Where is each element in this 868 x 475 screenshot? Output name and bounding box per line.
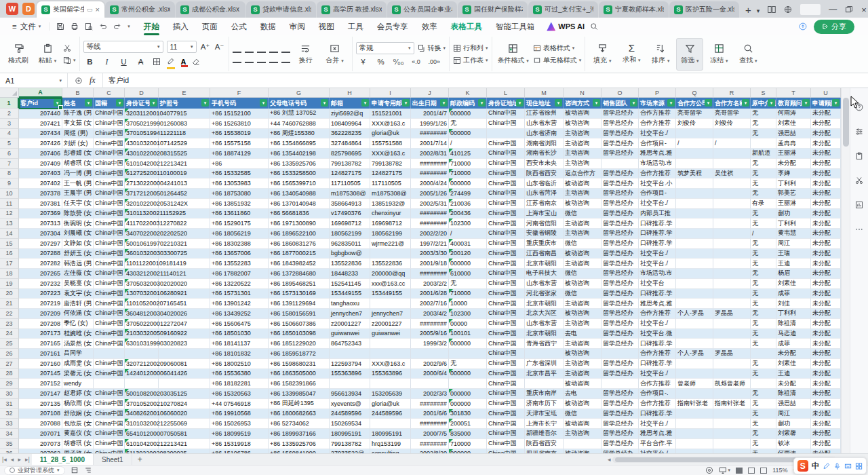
cell-A15[interactable]: 207297 bbox=[19, 239, 62, 249]
cell-L6[interactable]: China中国 bbox=[487, 149, 525, 159]
header-cell-N[interactable]: 咨询方式▾ bbox=[564, 98, 601, 109]
cell-J22[interactable]: 2003/4/2 bbox=[411, 309, 449, 319]
filter-dropdown-icon[interactable]: ▾ bbox=[361, 99, 369, 107]
cell-J8[interactable]: ######## bbox=[411, 169, 449, 179]
cell-U30[interactable]: 未分配 bbox=[811, 389, 841, 399]
restore-button[interactable] bbox=[845, 5, 853, 14]
decrease-font-icon[interactable]: A⁻ bbox=[214, 42, 225, 52]
cell-F19[interactable]: +86 13220522 bbox=[210, 279, 269, 289]
filter-dropdown-icon[interactable]: ▾ bbox=[516, 99, 524, 107]
cell-J34[interactable]: 2000/7/5 bbox=[411, 429, 449, 439]
cell-F28[interactable]: +86 15536380 bbox=[210, 369, 269, 379]
cell-I10[interactable]: m1875308@ bbox=[370, 189, 411, 199]
cell-F2[interactable]: +86 15152100 bbox=[210, 109, 269, 119]
cell-L35[interactable]: China中国 bbox=[487, 439, 525, 449]
cell-F27[interactable]: +86 18002510 bbox=[210, 359, 269, 369]
cell-J28[interactable]: 2000/6/4 bbox=[411, 369, 449, 379]
cell-Q9[interactable] bbox=[676, 178, 713, 189]
cell-I7[interactable]: 799138782 bbox=[370, 159, 411, 169]
cell-Q18[interactable] bbox=[676, 269, 713, 279]
cell-Q15[interactable] bbox=[676, 239, 713, 249]
cell-D20[interactable]: 130703200106280921 bbox=[125, 289, 159, 299]
wrap-text-button[interactable]: 换行 bbox=[292, 38, 319, 71]
cell-O7[interactable] bbox=[601, 159, 639, 169]
cell-P15[interactable]: 口碑推荐.学 bbox=[639, 239, 676, 249]
cell-Q22[interactable]: 个人-罗晶 bbox=[676, 309, 713, 319]
cell-M29[interactable] bbox=[525, 379, 564, 389]
filter-dropdown-icon[interactable]: ▾ bbox=[832, 99, 840, 107]
cell-C6[interactable]: China中国 bbox=[94, 149, 125, 159]
cell-N29[interactable]: 被动咨询 bbox=[564, 379, 601, 389]
cell-C13[interactable]: China中国 bbox=[94, 218, 125, 229]
cell-T3[interactable]: 刘素佳 bbox=[776, 119, 811, 129]
cell-L24[interactable]: China中国 bbox=[487, 329, 525, 339]
cell-L22[interactable]: China中国 bbox=[487, 309, 525, 319]
cell-H23[interactable]: z20001227 bbox=[330, 319, 370, 329]
filter-dropdown-icon[interactable]: ▾ bbox=[260, 99, 267, 107]
cell-K19[interactable]: 无 bbox=[449, 279, 487, 289]
cell-M20[interactable]: 河北省张家 bbox=[525, 289, 564, 299]
cell-C19[interactable]: China中国 bbox=[94, 279, 125, 289]
accessibility-icon[interactable] bbox=[705, 466, 713, 474]
cell-T9[interactable]: 丁利利 bbox=[776, 178, 811, 189]
cell-O17[interactable]: 留学总经办 bbox=[601, 259, 639, 269]
menu-item-视图[interactable]: 视图 bbox=[312, 19, 341, 35]
cell-B13[interactable]: 衡琬明 (女 bbox=[62, 218, 94, 229]
cell-R15[interactable] bbox=[713, 239, 751, 249]
table-style-button[interactable]: 表格样式▾ bbox=[533, 43, 582, 53]
column-header-C[interactable]: C bbox=[94, 88, 125, 98]
cell-L26[interactable]: China中国 bbox=[487, 349, 525, 359]
column-header-D[interactable]: D bbox=[125, 88, 159, 98]
cell-H15[interactable]: 962835011 bbox=[330, 239, 370, 249]
cell-F34[interactable]: +86 18099519 bbox=[210, 429, 269, 439]
cell-R2[interactable]: 亮哥留学 bbox=[713, 109, 751, 119]
cell-T10[interactable]: 郭美艺 bbox=[776, 189, 811, 199]
cell-C27[interactable]: China中国 bbox=[94, 359, 125, 369]
cell-A4[interactable]: 207434 bbox=[19, 129, 62, 139]
cell-M13[interactable]: 河南省信阳 bbox=[525, 218, 564, 229]
cell-B32[interactable]: 舒欣娴 (女 bbox=[62, 409, 94, 419]
row-header-5[interactable]: 5 bbox=[0, 138, 19, 149]
cell-G21[interactable]: +86 1391129694 bbox=[269, 299, 330, 309]
cell-G17[interactable]: +86 1843982452 bbox=[269, 259, 330, 269]
cell-D7[interactable]: 610104200212213421 bbox=[125, 159, 159, 169]
cell-R11[interactable] bbox=[713, 199, 751, 209]
cell-S6[interactable]: 新航道 bbox=[751, 149, 776, 159]
cell-K13[interactable]: 102300 bbox=[449, 218, 487, 229]
cell-C26[interactable] bbox=[94, 349, 125, 359]
cell-D12[interactable]: 310113200211152925 bbox=[125, 209, 159, 219]
sum-button[interactable]: Σ 求和 ▾ bbox=[618, 38, 645, 71]
cell-M4[interactable]: 山东省济南 bbox=[525, 129, 564, 139]
row-header-15[interactable]: 15 bbox=[0, 239, 19, 249]
bold-button[interactable]: B bbox=[85, 58, 96, 66]
cell-R23[interactable] bbox=[713, 319, 751, 329]
cell-I23[interactable]: z20001227 bbox=[370, 319, 411, 329]
row-header-3[interactable]: 3 bbox=[0, 119, 19, 129]
cell-G7[interactable]: +86 1335925706 bbox=[269, 159, 330, 169]
cell-K18[interactable]: 610000 bbox=[449, 269, 487, 279]
cell-T5[interactable]: 孟冉冉 bbox=[776, 138, 811, 149]
cell-B30[interactable]: 赵君婷 (女 bbox=[62, 389, 94, 399]
horizontal-scrollbar-thumb[interactable] bbox=[615, 457, 818, 462]
cell-S34[interactable]: 无 bbox=[751, 429, 776, 439]
cell-C30[interactable]: China中国 bbox=[94, 389, 125, 399]
cell-S29[interactable] bbox=[751, 379, 776, 389]
worksheet-button[interactable]: 工作表▾ bbox=[453, 56, 488, 65]
cell-A13[interactable]: 207313 bbox=[19, 218, 62, 229]
cell-D27[interactable]: 320721200209060081 bbox=[125, 359, 159, 369]
cell-R13[interactable] bbox=[713, 218, 751, 229]
cell-U29[interactable]: 未分配 bbox=[811, 379, 841, 389]
cell-O20[interactable]: 留学总经办 bbox=[601, 289, 639, 299]
cell-D25[interactable]: 630103199903020823 bbox=[125, 339, 159, 349]
cell-B29[interactable]: wendy bbox=[62, 379, 94, 389]
cell-G2[interactable]: +86 刘慧 137052 bbox=[269, 109, 330, 119]
cell-F14[interactable]: +86 18056219 bbox=[210, 229, 269, 239]
cell-G5[interactable]: +86 1354866895 bbox=[269, 138, 330, 149]
cell-I34[interactable]: 180995191 bbox=[370, 429, 411, 439]
cell-D34[interactable]: 654101200007050581 bbox=[125, 429, 159, 439]
cell-J30[interactable]: 2002/3/3 bbox=[411, 389, 449, 399]
cell-J21[interactable]: 2002/7/16 bbox=[411, 299, 449, 309]
cell-N2[interactable]: 被动咨询 bbox=[564, 109, 601, 119]
cell-A3[interactable]: 207421 bbox=[19, 119, 62, 129]
cell-Q8[interactable]: 筑梦美程 bbox=[676, 169, 713, 179]
